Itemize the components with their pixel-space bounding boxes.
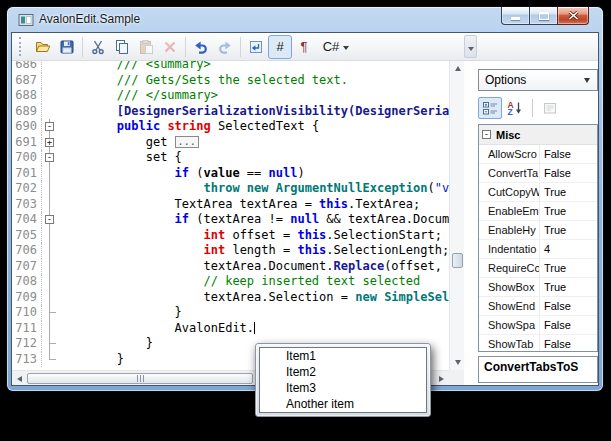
code-line[interactable]: 705 int offset = this.SelectionStart; <box>12 228 449 244</box>
redo-button[interactable] <box>213 35 237 59</box>
copy-button[interactable] <box>110 35 134 59</box>
code-line[interactable]: 710 } <box>12 305 449 321</box>
code-line[interactable]: 704- if (textArea != null && textArea.Do… <box>12 212 449 228</box>
property-value[interactable]: False <box>540 164 597 182</box>
line-numbers-toggle[interactable]: # <box>268 35 292 59</box>
code-text: /// <summary> <box>58 61 211 73</box>
fold-end-tick <box>50 312 56 313</box>
code-line[interactable]: 686 /// <summary> <box>12 61 449 73</box>
vertical-scroll-thumb[interactable] <box>452 253 463 268</box>
property-row[interactable]: EnableHyTrue <box>479 221 597 240</box>
property-value[interactable]: False <box>540 335 597 352</box>
completion-list: Item1Item2Item3Another item <box>259 347 427 413</box>
code-line[interactable]: 703 TextArea textArea = this.TextArea; <box>12 197 449 213</box>
completion-item[interactable]: Item1 <box>260 348 426 364</box>
property-name: ShowSpa <box>479 316 540 334</box>
delete-button[interactable] <box>158 35 182 59</box>
toolbar-overflow-button[interactable] <box>464 35 477 58</box>
fold-expand-icon[interactable]: + <box>45 138 54 147</box>
scroll-left-button[interactable] <box>12 371 27 386</box>
property-row[interactable]: ShowSpaFalse <box>479 316 597 335</box>
paste-button[interactable] <box>134 35 158 59</box>
cut-button[interactable] <box>86 35 110 59</box>
fold-collapse-icon[interactable]: - <box>45 153 54 162</box>
collapse-icon[interactable]: - <box>482 130 491 139</box>
alphabetical-button[interactable]: AZ <box>503 97 527 119</box>
save-button[interactable] <box>55 35 79 59</box>
toolbar-button-label: C# <box>323 39 340 54</box>
property-value[interactable]: False <box>540 145 597 163</box>
scroll-up-button[interactable] <box>450 61 465 76</box>
property-value[interactable]: False <box>540 316 597 334</box>
property-value[interactable]: True <box>540 278 597 296</box>
completion-item[interactable]: Item2 <box>260 364 426 380</box>
options-panel: Options AZ - Misc AllowScroFalseConvertT… <box>478 69 598 383</box>
property-value[interactable]: True <box>540 202 597 220</box>
options-combobox[interactable]: Options <box>478 69 598 91</box>
property-row[interactable]: CutCopyWTrue <box>479 183 597 202</box>
show-end-of-line-toggle[interactable]: ¶ <box>292 35 316 59</box>
minimize-button[interactable] <box>501 7 530 25</box>
code-line[interactable]: 706 int length = this.SelectionLength; <box>12 243 449 259</box>
fold-margin <box>42 352 58 368</box>
code-line[interactable]: 690- public string SelectedText { <box>12 119 449 135</box>
syntax-select[interactable]: C# <box>316 35 356 59</box>
scroll-down-button[interactable] <box>450 355 465 370</box>
maximize-icon <box>539 12 549 20</box>
undo-button[interactable] <box>189 35 213 59</box>
code-line[interactable]: 701 if (value == null) <box>12 166 449 182</box>
vertical-scrollbar[interactable] <box>449 61 464 370</box>
property-pages-button[interactable] <box>538 97 562 119</box>
word-wrap-toggle[interactable] <box>244 35 268 59</box>
code-line[interactable]: 702 throw new ArgumentNullException("va <box>12 181 449 197</box>
completion-item[interactable]: Item3 <box>260 380 426 396</box>
code-line[interactable]: 700- set { <box>12 150 449 166</box>
fold-margin <box>42 321 58 337</box>
completion-item[interactable]: Another item <box>260 396 426 412</box>
toolbar-button-label: ¶ <box>301 39 308 54</box>
scroll-right-button[interactable] <box>434 371 449 386</box>
property-row[interactable]: ShowEndFalse <box>479 297 597 316</box>
code-line[interactable]: 688 /// </summary> <box>12 88 449 104</box>
code-line[interactable]: 691+ get ... <box>12 135 449 151</box>
horizontal-scroll-thumb[interactable] <box>27 373 253 384</box>
categorized-button[interactable] <box>478 97 502 119</box>
code-line[interactable]: 709 textArea.Selection = new SimpleSele <box>12 290 449 306</box>
code-line[interactable]: 689 [DesignerSerializationVisibility(Des… <box>12 104 449 120</box>
open-button[interactable] <box>31 35 55 59</box>
fold-collapse-icon[interactable]: - <box>45 122 54 131</box>
titlebar[interactable]: AvalonEdit.Sample <box>7 7 603 32</box>
code-line[interactable]: 687 /// Gets/Sets the selected text. <box>12 73 449 89</box>
editor-text-area[interactable]: 686 /// <summary>687 /// Gets/Sets the s… <box>12 61 449 370</box>
maximize-button[interactable] <box>529 7 558 25</box>
property-value[interactable]: True <box>540 259 597 277</box>
property-category-row[interactable]: - Misc <box>479 125 597 145</box>
property-row[interactable]: AllowScroFalse <box>479 145 597 164</box>
toolbar-grip-handle[interactable] <box>19 37 24 56</box>
line-number: 691 <box>12 135 42 151</box>
property-value[interactable]: True <box>540 183 597 201</box>
property-row[interactable]: ConvertTaFalse <box>479 164 597 183</box>
property-row[interactable]: Indentatio4 <box>479 240 597 259</box>
window-title: AvalonEdit.Sample <box>39 12 140 26</box>
thumb-grip-icon <box>143 375 144 382</box>
fold-collapse-icon[interactable]: - <box>45 215 54 224</box>
property-row[interactable]: RequireCoTrue <box>479 259 597 278</box>
property-value[interactable]: True <box>540 221 597 239</box>
line-number: 686 <box>12 61 42 73</box>
code-editor[interactable]: 686 /// <summary>687 /// Gets/Sets the s… <box>12 61 464 385</box>
property-value[interactable]: 4 <box>540 240 597 258</box>
property-row[interactable]: ShowTabFalse <box>479 335 597 352</box>
property-row[interactable]: EnableEmTrue <box>479 202 597 221</box>
code-line[interactable]: 707 textArea.Document.Replace(offset, l <box>12 259 449 275</box>
close-button[interactable] <box>557 7 589 25</box>
collapsed-fold-box[interactable]: ... <box>175 136 199 148</box>
fold-line <box>49 243 50 259</box>
code-text: // keep inserted text selected <box>58 274 420 290</box>
code-line[interactable]: 711 AvalonEdit. <box>12 321 449 337</box>
property-value[interactable]: False <box>540 297 597 315</box>
code-line[interactable]: 708 // keep inserted text selected <box>12 274 449 290</box>
undo-icon <box>193 39 209 55</box>
code-text: AvalonEdit. <box>58 321 255 337</box>
property-row[interactable]: ShowBoxTrue <box>479 278 597 297</box>
